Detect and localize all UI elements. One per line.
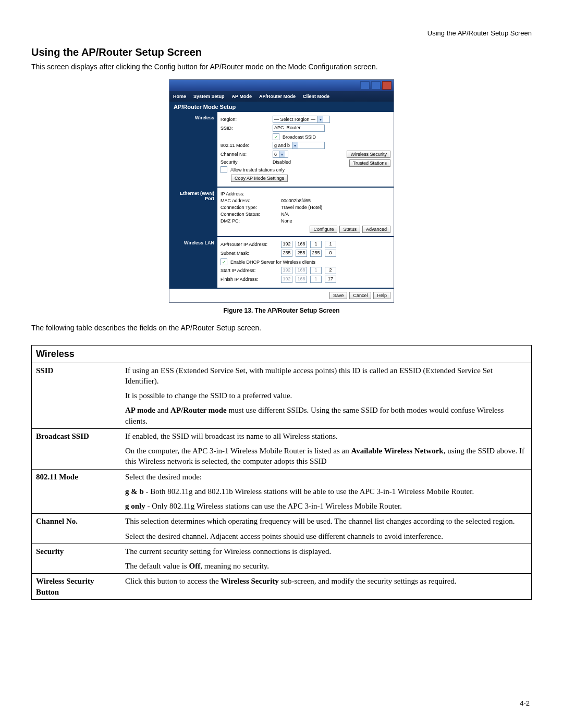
region-value: — Select Region — bbox=[274, 117, 315, 122]
lan-ip-4[interactable]: 1 bbox=[325, 241, 336, 248]
trusted-only-label: Allow trusted stations only bbox=[230, 167, 285, 172]
mode-select[interactable]: g and b ▾ bbox=[273, 142, 325, 149]
cancel-button[interactable]: Cancel bbox=[349, 292, 371, 299]
ssid-input[interactable]: APC_Router bbox=[273, 125, 325, 132]
field-description: If using an ESS (Extended Service Set, w… bbox=[121, 363, 532, 388]
field-description: g & b - Both 802.11g and 802.11b Wireles… bbox=[121, 484, 532, 499]
table-group-heading: Wireless bbox=[32, 345, 532, 363]
field-description: The default value is Off, meaning no sec… bbox=[121, 559, 532, 574]
field-description: Select the desired mode: bbox=[121, 469, 532, 484]
field-label bbox=[32, 559, 121, 574]
section-title: Using the AP/Router Setup Screen bbox=[31, 46, 532, 58]
minimize-icon[interactable] bbox=[360, 81, 370, 90]
save-button[interactable]: Save bbox=[329, 292, 348, 299]
start-ip-2: 168 bbox=[296, 267, 307, 274]
panel-heading: AP/Router Mode Setup bbox=[169, 102, 394, 112]
lan-mask-2[interactable]: 255 bbox=[296, 250, 307, 257]
channel-value: 6 bbox=[274, 152, 277, 157]
mode-label: 802.11 Mode: bbox=[221, 143, 270, 148]
finish-ip-1: 192 bbox=[281, 276, 292, 283]
lan-ip-1[interactable]: 192 bbox=[281, 241, 292, 248]
field-label: Wireless Security Button bbox=[32, 574, 121, 600]
field-label bbox=[32, 443, 121, 469]
dhcp-label: Enable DHCP Server for Wireless clients bbox=[230, 260, 315, 265]
page-number: 4-2 bbox=[520, 699, 530, 707]
channel-label: Channel No: bbox=[221, 152, 270, 157]
advanced-button[interactable]: Advanced bbox=[362, 226, 390, 233]
wan-ip-label: IP Address: bbox=[221, 191, 278, 196]
field-label: Channel No. bbox=[32, 514, 121, 529]
trusted-only-checkbox[interactable]: ✓ bbox=[221, 166, 227, 173]
finish-ip-3: 1 bbox=[310, 276, 322, 283]
page-header-right: Using the AP/Router Setup Screen bbox=[31, 29, 532, 37]
nav-ap-mode[interactable]: AP Mode bbox=[228, 93, 255, 100]
nav-ap-router-mode[interactable]: AP/Router Mode bbox=[255, 93, 299, 100]
lan-mask-label: Subnet Mask: bbox=[221, 251, 278, 256]
region-select[interactable]: — Select Region — ▾ bbox=[273, 116, 330, 123]
field-description: This selection determines which operatin… bbox=[121, 514, 532, 529]
fields-table: Wireless SSIDIf using an ESS (Extended S… bbox=[31, 345, 532, 600]
chevron-down-icon: ▾ bbox=[279, 151, 285, 157]
lan-mask-1[interactable]: 255 bbox=[281, 250, 292, 257]
start-ip-label: Start IP Address: bbox=[221, 268, 278, 273]
lan-mask-3[interactable]: 255 bbox=[310, 250, 322, 257]
security-label: Security bbox=[221, 159, 270, 165]
dhcp-checkbox[interactable]: ✓ bbox=[221, 258, 227, 265]
nav-client-mode[interactable]: Client Mode bbox=[299, 93, 333, 100]
trusted-stations-button[interactable]: Trusted Stations bbox=[349, 159, 390, 167]
intro-text: This screen displays after clicking the … bbox=[31, 61, 532, 72]
maximize-icon[interactable] bbox=[371, 81, 381, 90]
lan-ip-label: AP/Router IP Address: bbox=[221, 242, 278, 247]
chevron-down-icon: ▾ bbox=[292, 142, 298, 149]
lan-ip-2[interactable]: 168 bbox=[296, 241, 307, 248]
start-ip-4[interactable]: 2 bbox=[325, 267, 336, 274]
field-label bbox=[32, 403, 121, 428]
field-description: It is possible to change the SSID to a p… bbox=[121, 388, 532, 403]
field-label bbox=[32, 499, 121, 514]
help-button[interactable]: Help bbox=[373, 292, 390, 299]
start-ip-3: 1 bbox=[310, 267, 322, 274]
field-description: Click this button to access the Wireless… bbox=[121, 574, 532, 600]
copy-ap-settings-button[interactable]: Copy AP Mode Settings bbox=[231, 175, 288, 182]
wan-dmz-label: DMZ PC: bbox=[221, 218, 278, 224]
window-titlebar bbox=[169, 80, 394, 91]
security-value: Disabled bbox=[273, 159, 291, 165]
close-icon[interactable] bbox=[382, 81, 391, 90]
field-label bbox=[32, 484, 121, 499]
field-description: g only - Only 802.11g Wireless stations … bbox=[121, 499, 532, 514]
field-description: The current security setting for Wireles… bbox=[121, 544, 532, 559]
nav-home[interactable]: Home bbox=[169, 93, 190, 100]
finish-ip-4[interactable]: 17 bbox=[325, 276, 336, 283]
figure-caption: Figure 13. The AP/Router Setup Screen bbox=[31, 307, 532, 314]
side-label-lan: Wireless LAN bbox=[169, 237, 217, 288]
field-label bbox=[32, 529, 121, 544]
mode-value: g and b bbox=[274, 143, 290, 148]
field-description: If enabled, the SSID will broadcast its … bbox=[121, 428, 532, 443]
field-label: 802.11 Mode bbox=[32, 469, 121, 484]
lan-mask-4[interactable]: 0 bbox=[325, 250, 336, 257]
broadcast-ssid-label: Broadcast SSID bbox=[283, 134, 316, 140]
configure-button[interactable]: Configure bbox=[310, 226, 337, 233]
nav-system-setup[interactable]: System Setup bbox=[190, 93, 228, 100]
wireless-security-button[interactable]: Wireless Security bbox=[347, 151, 390, 158]
finish-ip-label: Finish IP Address: bbox=[221, 277, 278, 282]
field-description: AP mode and AP/Router mode must use diff… bbox=[121, 403, 532, 428]
side-label-wan: Ethernet (WAN) Port bbox=[169, 188, 217, 236]
ssid-label: SSID: bbox=[221, 126, 270, 131]
side-label-wireless: Wireless bbox=[169, 112, 217, 187]
broadcast-ssid-checkbox[interactable]: ✓ bbox=[273, 133, 279, 140]
top-nav: Home System Setup AP Mode AP/Router Mode… bbox=[169, 91, 394, 102]
wan-dmz-value: None bbox=[281, 218, 292, 224]
channel-select[interactable]: 6 ▾ bbox=[273, 151, 288, 158]
field-label: Broadcast SSID bbox=[32, 428, 121, 443]
field-description: On the computer, the APC 3-in-1 Wireless… bbox=[121, 443, 532, 469]
status-button[interactable]: Status bbox=[339, 226, 360, 233]
wan-ctype-label: Connection Type: bbox=[221, 205, 278, 210]
field-label: Security bbox=[32, 544, 121, 559]
wan-ctype-value: Travel mode (Hotel) bbox=[281, 205, 322, 210]
start-ip-1: 192 bbox=[281, 267, 292, 274]
region-label: Region: bbox=[221, 117, 270, 122]
wan-cstatus-value: N/A bbox=[281, 212, 289, 217]
field-label bbox=[32, 388, 121, 403]
lan-ip-3[interactable]: 1 bbox=[310, 241, 322, 248]
